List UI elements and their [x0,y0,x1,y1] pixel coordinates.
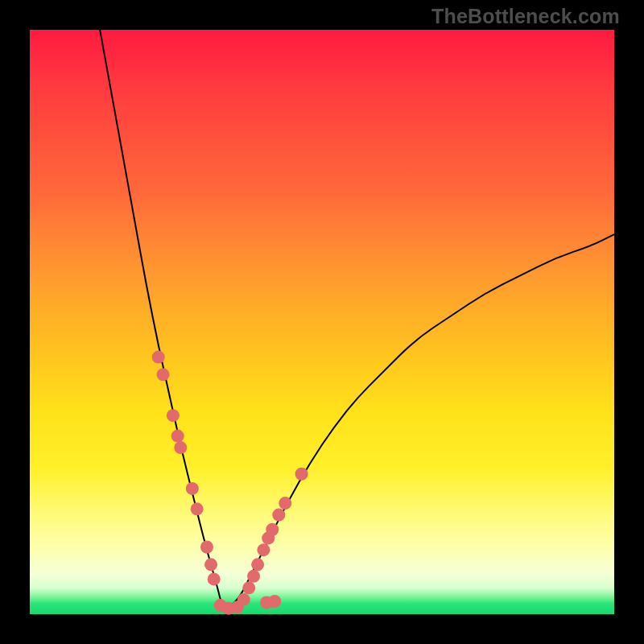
curve-marker [204,558,217,571]
curve-marker [186,482,199,495]
curve-marker [247,570,260,583]
curve-marker [251,558,264,571]
curve-marker [152,351,165,364]
curve-markers [152,351,308,615]
curve-marker [260,596,273,609]
curve-marker [208,572,221,585]
curve-marker [167,409,180,422]
attribution-text: TheBottleneck.com [431,5,620,28]
plot-area [30,30,614,614]
curve-line [100,30,614,609]
chart-frame: TheBottleneck.com [0,0,644,644]
curve-marker [200,541,213,554]
curve-marker [171,430,184,443]
curve-marker [191,502,204,515]
chart-overlay [30,30,614,614]
curve-marker [237,593,250,606]
curve-marker [242,581,255,594]
curve-marker [174,441,187,454]
curve-marker [272,509,285,522]
curve-marker [266,523,279,536]
curve-marker [295,468,308,481]
curve-marker [157,368,170,381]
curve-marker [257,543,270,556]
curve-marker [279,497,291,510]
